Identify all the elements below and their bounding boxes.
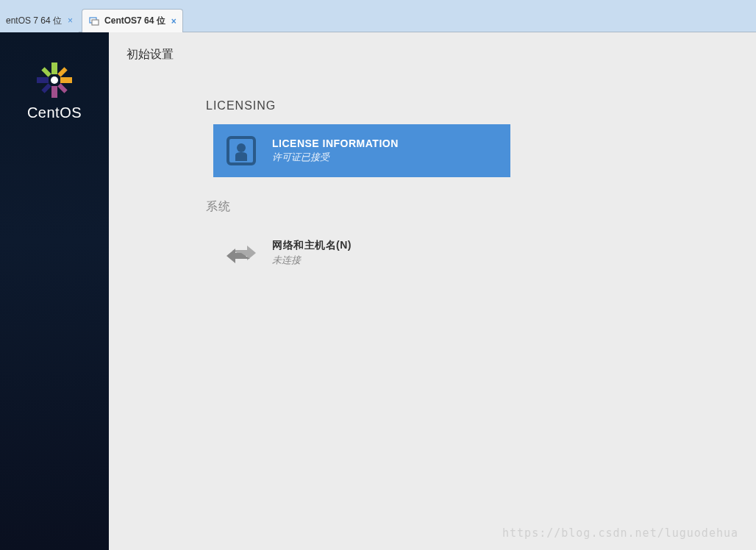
svg-rect-5: [37, 77, 49, 83]
spoke-title: 网络和主机名(N): [272, 239, 352, 252]
svg-point-10: [51, 76, 58, 84]
spoke-license-information[interactable]: LICENSE INFORMATION 许可证已接受: [213, 124, 510, 177]
brand-text: CentOS: [27, 104, 82, 121]
sidebar: CentOS: [0, 32, 109, 550]
section-system: 系统 网络和主机名(N) 未连接: [126, 199, 738, 279]
svg-rect-2: [51, 63, 57, 74]
close-icon[interactable]: ×: [171, 16, 176, 26]
spoke-title: LICENSE INFORMATION: [272, 138, 399, 149]
section-heading: 系统: [206, 199, 738, 215]
spoke-network-hostname[interactable]: 网络和主机名(N) 未连接: [213, 226, 510, 279]
svg-rect-3: [60, 77, 72, 83]
svg-rect-8: [41, 83, 51, 93]
section-heading: LICENSING: [206, 99, 738, 113]
svg-rect-9: [41, 67, 51, 76]
section-licensing: LICENSING LICENSE INFORMATION 许可证已接受: [126, 99, 738, 177]
tab-bar: entOS 7 64 位 × CentOS7 64 位 ×: [0, 0, 756, 32]
main-area: CentOS 初始设置 LICENSING LICENSE INFORMATIO…: [0, 32, 756, 550]
tab-centos7-2[interactable]: CentOS7 64 位 ×: [82, 9, 183, 32]
logo: CentOS: [0, 62, 109, 121]
svg-rect-1: [92, 20, 99, 25]
spoke-status: 许可证已接受: [272, 151, 399, 164]
svg-rect-7: [57, 83, 67, 93]
svg-point-12: [237, 143, 246, 152]
centos-logo-icon: [36, 62, 73, 99]
license-icon: [224, 133, 259, 168]
svg-rect-4: [51, 86, 57, 98]
vm-icon: [88, 15, 100, 27]
tab-centos7-1[interactable]: entOS 7 64 位 ×: [0, 9, 79, 32]
page-title: 初始设置: [126, 47, 738, 63]
spoke-text: LICENSE INFORMATION 许可证已接受: [272, 138, 399, 164]
tab-label: CentOS7 64 位: [104, 15, 165, 27]
content-area: 初始设置 LICENSING LICENSE INFORMATION 许可证已接…: [109, 32, 756, 550]
network-icon: [224, 235, 259, 271]
spoke-status: 未连接: [272, 254, 352, 267]
watermark: https://blog.csdn.net/luguodehua: [502, 526, 738, 540]
spoke-text: 网络和主机名(N) 未连接: [272, 239, 352, 267]
svg-rect-6: [57, 67, 67, 76]
close-icon[interactable]: ×: [68, 15, 73, 26]
tab-label: entOS 7 64 位: [6, 15, 62, 27]
